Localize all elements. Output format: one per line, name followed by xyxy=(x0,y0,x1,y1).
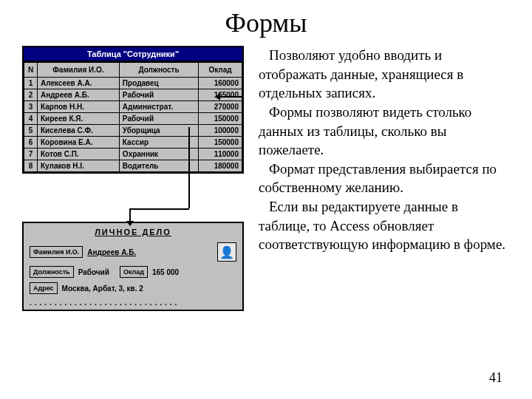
col-n: N xyxy=(24,63,38,78)
label-sal: Оклад xyxy=(120,266,148,278)
illustration-column: Таблица "Сотрудники" N Фамилия И.О. Долж… xyxy=(22,46,244,311)
arrow-vert xyxy=(188,127,190,208)
text-column: Позволяют удобно вводить и отображать да… xyxy=(259,46,510,311)
paragraph: Если вы редактируете данные в таблице, т… xyxy=(259,197,510,254)
table-caption: Таблица "Сотрудники" xyxy=(24,47,242,62)
table-row: 4Киреев К.Я.Рабочий150000 xyxy=(24,113,242,125)
form-title: ЛИЧНОЕ ДЕЛО xyxy=(30,228,236,236)
paragraph: Формат представления выбирается по собст… xyxy=(259,160,510,197)
table-row: 7Котов С.П.Охранник110000 xyxy=(24,149,242,160)
paragraph: Позволяют удобно вводить и отображать да… xyxy=(259,46,510,103)
paragraph: Формы позволяют видеть столько данных из… xyxy=(259,103,510,160)
arrow-from-text-to-table xyxy=(219,96,242,98)
label-pos: Должность xyxy=(30,266,74,278)
table-row: 5Киселева С.Ф.Уборщица100000 xyxy=(24,125,242,137)
table-row: 6Коровина Е.А.Кассир150000 xyxy=(24,137,242,149)
dots-divider: .............................. xyxy=(30,299,236,307)
value-sal: 165 000 xyxy=(152,268,179,276)
table-row: 8Кулаков Н.І.Водитель180000 xyxy=(24,160,242,172)
page-title: Формы xyxy=(22,7,510,38)
label-fio: Фамилия И.О. xyxy=(30,246,83,258)
col-pos: Должность xyxy=(119,63,198,78)
table-row: 1Алексеев А.А.Продавец160000 xyxy=(24,78,242,89)
col-fio: Фамилия И.О. xyxy=(38,63,120,78)
avatar-icon: 👤 xyxy=(217,242,236,262)
page-number: 41 xyxy=(489,370,502,386)
table-row: 3Карпов Н.Н.Администрат.270000 xyxy=(24,101,242,113)
form-window: ЛИЧНОЕ ДЕЛО Фамилия И.О. Андреев А.Б. 👤 … xyxy=(22,222,244,311)
table-window: Таблица "Сотрудники" N Фамилия И.О. Долж… xyxy=(22,46,244,174)
value-fio: Андреев А.Б. xyxy=(87,248,136,256)
arrow-horiz xyxy=(129,208,189,210)
employees-table: N Фамилия И.О. Должность Оклад 1Алексеев… xyxy=(24,62,242,172)
arrow-down-to-form xyxy=(129,208,131,222)
col-sal: Оклад xyxy=(199,63,242,78)
value-pos: Рабочий xyxy=(78,268,109,276)
label-addr: Адрес xyxy=(30,282,58,294)
table-row: 2Андреев А.Б.Рабочий165000 xyxy=(24,89,242,101)
value-addr: Москва, Арбат, 3, кв. 2 xyxy=(62,284,143,293)
